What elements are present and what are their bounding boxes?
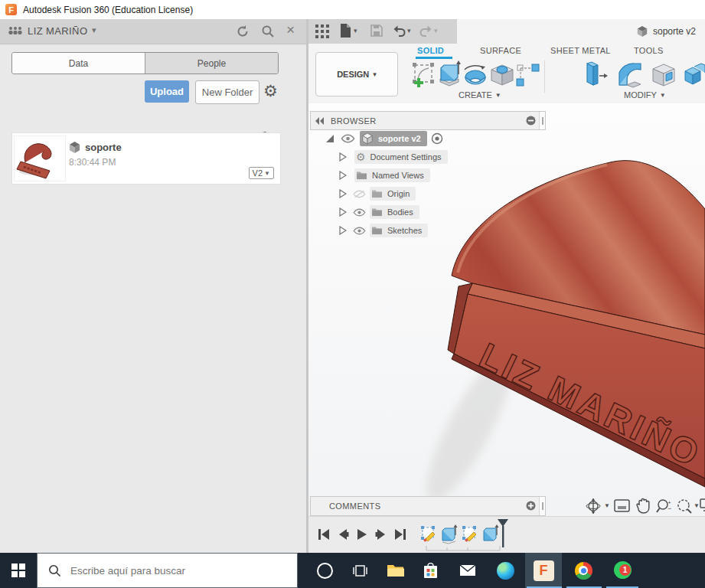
file-explorer-icon	[387, 564, 404, 577]
redo-icon[interactable]	[419, 24, 432, 37]
fusion360-icon: F	[534, 560, 554, 581]
visibility-hidden-eye-icon[interactable]	[353, 190, 366, 198]
zoom-window-chevron-icon[interactable]: ▼	[694, 502, 700, 509]
timeline-step-back-icon[interactable]	[337, 528, 349, 541]
visibility-eye-icon[interactable]	[353, 227, 366, 235]
redo-chevron-icon[interactable]: ▾	[434, 27, 438, 34]
user-name[interactable]: LIZ MARIÑO	[28, 25, 87, 37]
activate-component-radio-icon[interactable]	[431, 132, 443, 145]
expander-collapsed-icon[interactable]	[339, 226, 347, 235]
task-view-button[interactable]	[343, 553, 377, 588]
tab-surface[interactable]: SURFACE	[480, 46, 521, 55]
user-dropdown-chevron-icon[interactable]: ▾	[92, 25, 96, 35]
hole-icon[interactable]	[489, 62, 515, 88]
tab-tools[interactable]: TOOLS	[634, 46, 664, 55]
browser-resize-handle[interactable]	[539, 112, 545, 129]
zoom-window-icon[interactable]	[677, 498, 692, 514]
modify-group-label[interactable]: MODIFY▼	[624, 90, 666, 100]
start-button[interactable]	[0, 553, 37, 588]
timeline-sketch-feature-icon[interactable]	[420, 525, 437, 544]
extrude-icon[interactable]	[437, 60, 462, 88]
microsoft-store-button[interactable]	[413, 553, 447, 588]
revolve-icon[interactable]	[462, 64, 488, 87]
file-timestamp: 8:30:44 PM	[69, 157, 116, 168]
new-folder-button[interactable]: New Folder	[195, 80, 259, 104]
file-menu-icon[interactable]	[340, 23, 351, 38]
refresh-icon[interactable]	[236, 24, 250, 38]
pan-hand-icon[interactable]	[636, 498, 651, 514]
comments-resize-handle[interactable]	[539, 497, 545, 515]
search-input[interactable]	[69, 564, 256, 577]
undo-icon[interactable]	[393, 24, 406, 37]
fillet-icon[interactable]	[617, 62, 643, 88]
close-panel-icon[interactable]: ×	[286, 21, 295, 38]
display-settings-icon[interactable]	[700, 498, 705, 512]
expander-collapsed-icon[interactable]	[339, 152, 347, 162]
edge-button[interactable]	[488, 553, 522, 588]
tab-sheet-metal[interactable]: SHEET METAL	[550, 46, 611, 55]
timeline-play-icon[interactable]	[356, 528, 368, 541]
file-explorer-button[interactable]	[378, 553, 412, 588]
whatsapp-button[interactable]: 1	[605, 553, 641, 588]
press-pull-icon[interactable]	[583, 60, 609, 88]
save-icon[interactable]	[370, 24, 383, 37]
chrome-button[interactable]	[563, 553, 603, 588]
create-group-label[interactable]: CREATE▼	[459, 90, 501, 100]
folder-icon	[356, 171, 367, 180]
data-settings-gear-icon[interactable]: ⚙	[263, 83, 278, 99]
svg-text:−: −	[667, 505, 671, 512]
timeline-go-to-start-icon[interactable]	[318, 528, 330, 541]
collapse-panel-icon[interactable]	[315, 117, 325, 125]
timeline-step-forward-icon[interactable]	[375, 528, 387, 541]
mail-icon	[459, 564, 476, 577]
file-card-soporte[interactable]: soporte 8:30:44 PM V2▼	[11, 132, 281, 185]
pattern-icon[interactable]	[515, 62, 540, 88]
shell-icon[interactable]	[651, 62, 677, 88]
comments-bar[interactable]: COMMENTS	[310, 496, 546, 516]
expander-collapsed-icon[interactable]	[339, 171, 347, 180]
add-comment-icon[interactable]	[526, 501, 536, 511]
zoom-icon[interactable]: +−	[656, 498, 673, 514]
mail-button[interactable]	[451, 553, 485, 588]
file-menu-chevron-icon[interactable]: ▾	[354, 27, 357, 34]
taskbar-search[interactable]	[37, 553, 298, 588]
tab-data[interactable]: Data	[12, 53, 145, 74]
timeline-sketch-feature-icon[interactable]	[462, 525, 478, 544]
tree-row-bodies[interactable]: Bodies	[308, 204, 419, 220]
tree-row-sketches[interactable]: Sketches	[308, 222, 428, 239]
browser-minimize-icon[interactable]	[526, 116, 536, 126]
undo-chevron-icon[interactable]: ▾	[407, 27, 411, 34]
orbit-chevron-icon[interactable]: ▼	[604, 502, 610, 509]
fusion360-taskbar-button[interactable]: F	[525, 553, 562, 588]
tree-row-root[interactable]: soporte v2	[308, 130, 443, 147]
expander-collapsed-icon[interactable]	[339, 207, 347, 217]
upload-button[interactable]: Upload	[145, 80, 189, 103]
combine-icon[interactable]	[684, 62, 705, 88]
expander-collapsed-icon[interactable]	[339, 189, 347, 198]
tab-people[interactable]: People	[145, 53, 278, 74]
create-sketch-icon[interactable]	[412, 62, 436, 88]
timeline-playhead[interactable]	[497, 518, 509, 549]
title-bar: F Autodesk Fusion 360 (Education License…	[0, 0, 705, 20]
visibility-eye-icon[interactable]	[353, 208, 366, 217]
look-at-icon[interactable]	[614, 499, 630, 512]
cortana-button[interactable]	[308, 553, 341, 588]
tree-row-origin[interactable]: Origin	[308, 185, 416, 202]
timeline-extrude-feature-icon[interactable]	[441, 524, 458, 544]
tab-solid[interactable]: SOLID	[417, 46, 444, 55]
version-badge[interactable]: V2▼	[249, 167, 274, 179]
expander-expanded-icon[interactable]	[325, 134, 335, 143]
app-grid-icon[interactable]	[315, 24, 329, 38]
tree-root-item[interactable]: soporte v2	[360, 131, 427, 146]
visibility-eye-icon[interactable]	[341, 134, 355, 143]
file-thumbnail	[14, 136, 66, 181]
search-icon[interactable]	[261, 24, 275, 38]
workspace-selector[interactable]: DESIGN▾	[315, 52, 398, 96]
tree-row-named-views[interactable]: Named Views	[308, 167, 430, 184]
orbit-icon[interactable]	[586, 498, 602, 514]
browser-panel-header[interactable]: BROWSER	[310, 111, 546, 130]
timeline-go-to-end-icon[interactable]	[394, 528, 406, 541]
tree-row-document-settings[interactable]: ⚙ Document Settings	[308, 149, 448, 165]
file-name[interactable]: soporte	[85, 142, 122, 153]
document-tab[interactable]: soporte v2	[457, 19, 705, 44]
